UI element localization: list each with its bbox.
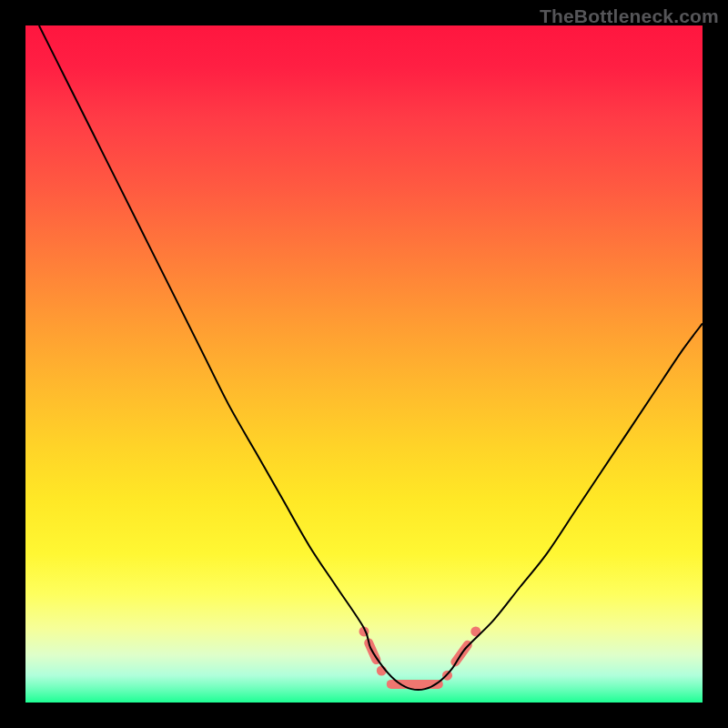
bottleneck-curve xyxy=(39,25,703,690)
marker-group xyxy=(359,626,481,684)
watermark-text: TheBottleneck.com xyxy=(540,5,719,27)
outer-frame: TheBottleneck.com xyxy=(0,0,728,728)
curve-layer xyxy=(25,25,703,703)
plot-area xyxy=(25,25,703,703)
